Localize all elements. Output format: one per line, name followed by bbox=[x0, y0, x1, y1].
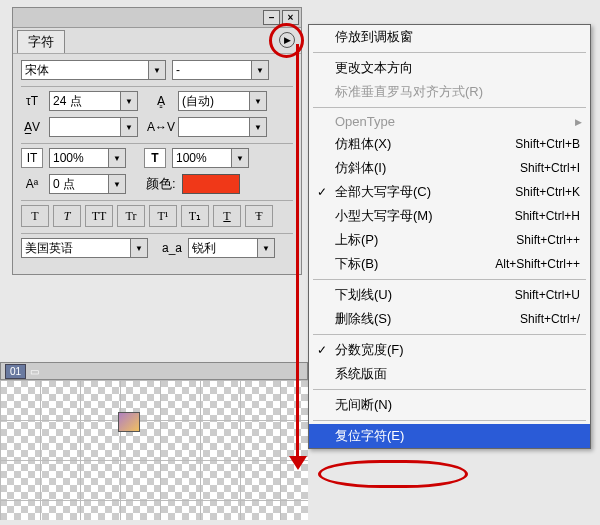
kerning-icon: A̲V bbox=[21, 117, 43, 137]
panel-flyout-button[interactable]: ▶ bbox=[279, 32, 295, 48]
kerning-input[interactable] bbox=[49, 117, 121, 137]
font-size-select[interactable]: ▼ bbox=[49, 91, 138, 111]
menu-item[interactable]: 分数宽度(F) bbox=[309, 338, 590, 362]
menu-item-shortcut: Shift+Ctrl+U bbox=[515, 288, 580, 302]
frame-icon: ▭ bbox=[30, 366, 39, 377]
underline-button[interactable]: T bbox=[213, 205, 241, 227]
color-swatch[interactable] bbox=[182, 174, 240, 194]
menu-item-label: 上标(P) bbox=[335, 231, 378, 249]
strikethrough-button[interactable]: Ŧ bbox=[245, 205, 273, 227]
antialias-input[interactable] bbox=[188, 238, 258, 258]
tracking-input[interactable] bbox=[178, 117, 250, 137]
dropdown-icon[interactable]: ▼ bbox=[250, 91, 267, 111]
color-label: 颜色: bbox=[146, 175, 176, 193]
menu-item[interactable]: 下划线(U)Shift+Ctrl+U bbox=[309, 283, 590, 307]
superscript-button[interactable]: T¹ bbox=[149, 205, 177, 227]
minimize-button[interactable]: – bbox=[263, 10, 280, 25]
annotation-arrow-head bbox=[289, 456, 307, 470]
menu-item[interactable]: 仿斜体(I)Shift+Ctrl+I bbox=[309, 156, 590, 180]
menu-item-label: 标准垂直罗马对齐方式(R) bbox=[335, 83, 483, 101]
menu-item[interactable]: 下标(B)Alt+Shift+Ctrl++ bbox=[309, 252, 590, 276]
dropdown-icon[interactable]: ▼ bbox=[252, 60, 269, 80]
menu-item-label: 仿粗体(X) bbox=[335, 135, 391, 153]
baseline-icon: Aª bbox=[21, 174, 43, 194]
leading-select[interactable]: ▼ bbox=[178, 91, 267, 111]
tracking-select[interactable]: ▼ bbox=[178, 117, 267, 137]
dropdown-icon[interactable]: ▼ bbox=[109, 174, 126, 194]
annotation-circle-reset bbox=[318, 460, 468, 488]
timeline-strip: 01 ▭ bbox=[0, 362, 308, 380]
dropdown-icon[interactable]: ▼ bbox=[258, 238, 275, 258]
close-button[interactable]: × bbox=[282, 10, 299, 25]
font-style-input[interactable] bbox=[172, 60, 252, 80]
menu-item[interactable]: 更改文本方向 bbox=[309, 56, 590, 80]
menu-item[interactable]: 无间断(N) bbox=[309, 393, 590, 417]
vscale-icon: IT bbox=[21, 148, 43, 168]
font-family-input[interactable] bbox=[21, 60, 149, 80]
menu-item-label: 复位字符(E) bbox=[335, 427, 404, 445]
menu-item-label: 小型大写字母(M) bbox=[335, 207, 433, 225]
tracking-icon: A↔V bbox=[150, 117, 172, 137]
menu-item[interactable]: 复位字符(E) bbox=[309, 424, 590, 448]
canvas-object[interactable] bbox=[118, 412, 140, 432]
kerning-select[interactable]: ▼ bbox=[49, 117, 138, 137]
menu-item[interactable]: 全部大写字母(C)Shift+Ctrl+K bbox=[309, 180, 590, 204]
font-size-input[interactable] bbox=[49, 91, 121, 111]
language-input[interactable] bbox=[21, 238, 131, 258]
menu-item-shortcut: Shift+Ctrl+I bbox=[520, 161, 580, 175]
menu-item-label: 更改文本方向 bbox=[335, 59, 413, 77]
dropdown-icon[interactable]: ▼ bbox=[131, 238, 148, 258]
menu-item-label: 停放到调板窗 bbox=[335, 28, 413, 46]
antialias-select[interactable]: ▼ bbox=[188, 238, 275, 258]
menu-item[interactable]: 停放到调板窗 bbox=[309, 25, 590, 49]
menu-item-label: 分数宽度(F) bbox=[335, 341, 404, 359]
menu-item[interactable]: 仿粗体(X)Shift+Ctrl+B bbox=[309, 132, 590, 156]
font-family-select[interactable]: ▼ bbox=[21, 60, 166, 80]
smallcaps-button[interactable]: Tr bbox=[117, 205, 145, 227]
menu-item[interactable]: 系统版面 bbox=[309, 362, 590, 386]
menu-item-label: 下划线(U) bbox=[335, 286, 392, 304]
hscale-input[interactable] bbox=[172, 148, 232, 168]
menu-item-shortcut: Alt+Shift+Ctrl++ bbox=[495, 257, 580, 271]
dropdown-icon[interactable]: ▼ bbox=[109, 148, 126, 168]
menu-item[interactable]: 删除线(S)Shift+Ctrl+/ bbox=[309, 307, 590, 331]
menu-item-label: 无间断(N) bbox=[335, 396, 392, 414]
menu-item[interactable]: 小型大写字母(M)Shift+Ctrl+H bbox=[309, 204, 590, 228]
canvas-grid bbox=[0, 380, 308, 520]
baseline-input[interactable] bbox=[49, 174, 109, 194]
dropdown-icon[interactable]: ▼ bbox=[250, 117, 267, 137]
baseline-select[interactable]: ▼ bbox=[49, 174, 126, 194]
menu-item-label: 系统版面 bbox=[335, 365, 387, 383]
panel-flyout-menu: 停放到调板窗更改文本方向标准垂直罗马对齐方式(R)OpenType仿粗体(X)S… bbox=[308, 24, 591, 449]
faux-italic-button[interactable]: T bbox=[53, 205, 81, 227]
menu-item-shortcut: Shift+Ctrl+B bbox=[515, 137, 580, 151]
text-style-buttons: T T TT Tr T¹ T₁ T Ŧ bbox=[21, 205, 293, 227]
font-size-icon: τT bbox=[21, 91, 43, 111]
menu-item-shortcut: Shift+Ctrl+H bbox=[515, 209, 580, 223]
subscript-button[interactable]: T₁ bbox=[181, 205, 209, 227]
tab-character[interactable]: 字符 bbox=[17, 30, 65, 53]
menu-item-shortcut: Shift+Ctrl+/ bbox=[520, 312, 580, 326]
panel-titlebar: – × bbox=[13, 8, 301, 28]
hscale-icon: T bbox=[144, 148, 166, 168]
menu-item-shortcut: Shift+Ctrl+K bbox=[515, 185, 580, 199]
menu-item: 标准垂直罗马对齐方式(R) bbox=[309, 80, 590, 104]
dropdown-icon[interactable]: ▼ bbox=[121, 117, 138, 137]
dropdown-icon[interactable]: ▼ bbox=[149, 60, 166, 80]
menu-item[interactable]: 上标(P)Shift+Ctrl++ bbox=[309, 228, 590, 252]
faux-bold-button[interactable]: T bbox=[21, 205, 49, 227]
font-style-select[interactable]: ▼ bbox=[172, 60, 269, 80]
vscale-input[interactable] bbox=[49, 148, 109, 168]
vscale-select[interactable]: ▼ bbox=[49, 148, 126, 168]
panel-tabs: 字符 ▶ bbox=[13, 28, 301, 53]
dropdown-icon[interactable]: ▼ bbox=[232, 148, 249, 168]
panel-body: ▼ ▼ τT ▼ A͇ ▼ A̲V ▼ bbox=[13, 53, 301, 274]
leading-input[interactable] bbox=[178, 91, 250, 111]
dropdown-icon[interactable]: ▼ bbox=[121, 91, 138, 111]
menu-item-label: OpenType bbox=[335, 114, 395, 129]
language-select[interactable]: ▼ bbox=[21, 238, 148, 258]
menu-item-label: 删除线(S) bbox=[335, 310, 391, 328]
annotation-arrow bbox=[296, 44, 299, 460]
hscale-select[interactable]: ▼ bbox=[172, 148, 249, 168]
allcaps-button[interactable]: TT bbox=[85, 205, 113, 227]
